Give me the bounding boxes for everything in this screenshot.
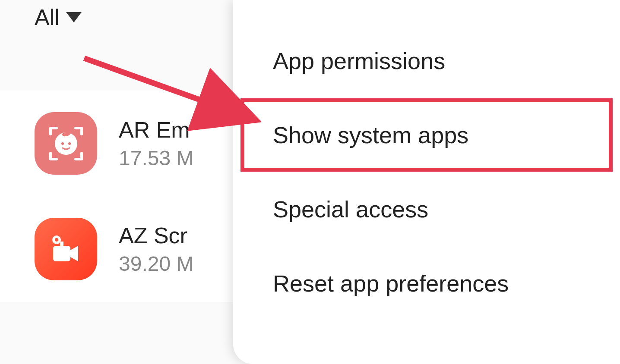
app-name: AR Em [119, 117, 193, 143]
app-info: AZ Scr 39.20 M [119, 223, 193, 276]
menu-item-app-permissions[interactable]: App permissions [233, 24, 620, 98]
dropdown-icon [66, 12, 82, 22]
filter-dropdown[interactable]: All [35, 4, 82, 30]
overflow-menu: App permissions Show system apps Special… [233, 0, 620, 364]
svg-point-1 [61, 142, 64, 145]
app-list-item[interactable]: AR Em 17.53 M [0, 91, 242, 196]
ar-emoji-app-icon [35, 112, 97, 175]
filter-label: All [35, 4, 60, 30]
svg-point-4 [55, 238, 58, 242]
app-list: AR Em 17.53 M AZ Scr 39.20 M [0, 91, 242, 302]
svg-rect-6 [60, 242, 63, 248]
svg-point-2 [68, 142, 71, 145]
app-list-item[interactable]: AZ Scr 39.20 M [0, 196, 242, 302]
app-info: AR Em 17.53 M [119, 117, 193, 170]
app-size: 17.53 M [119, 146, 193, 170]
menu-item-reset-app-preferences[interactable]: Reset app preferences [233, 246, 620, 320]
apps-settings-screen: All AR Em 17.53 M [0, 0, 620, 364]
svg-rect-5 [53, 246, 70, 261]
app-size: 39.20 M [119, 252, 193, 276]
menu-item-truncated[interactable] [233, 0, 620, 24]
app-name: AZ Scr [119, 223, 193, 248]
menu-item-special-access[interactable]: Special access [233, 172, 620, 246]
menu-item-show-system-apps[interactable]: Show system apps [240, 98, 613, 172]
az-screen-recorder-app-icon [35, 218, 97, 280]
